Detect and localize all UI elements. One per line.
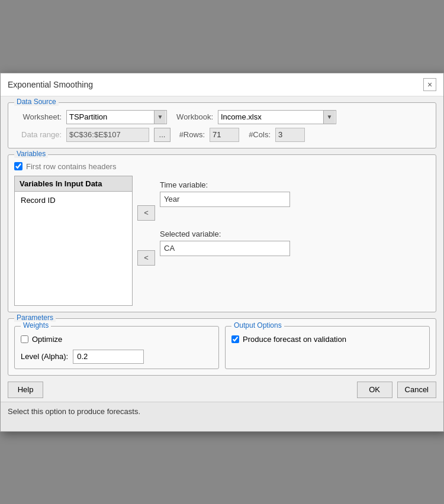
forecast-row: Produce forecast on validation (231, 335, 423, 344)
weights-label: Weights (21, 321, 51, 329)
optimize-row: Optimize (21, 335, 213, 344)
rows-value: 71 (210, 128, 239, 142)
variables-main: Variables In Input Data Record ID < < (14, 176, 430, 306)
data-range-row: Data range: $C$36:$E$107 ... #Rows: 71 #… (14, 128, 430, 142)
first-row-checkbox-row: First row contains headers (14, 162, 430, 171)
arrow-buttons-col: < < (137, 205, 155, 266)
selected-variable-arrow-button[interactable]: < (137, 250, 155, 266)
parameters-label: Parameters (14, 314, 56, 322)
time-variable-arrow-button[interactable]: < (137, 205, 155, 221)
weights-group: Weights Optimize Level (Alpha): (14, 326, 219, 369)
time-variable-group: Time variable: (160, 180, 430, 207)
data-range-value: $C$36:$E$107 (66, 128, 149, 142)
selected-variable-input[interactable] (160, 241, 290, 256)
alpha-label: Level (Alpha): (21, 352, 68, 361)
var-right: Time variable: Selected variable: (160, 176, 430, 256)
bottom-buttons-row: Help OK Cancel (1, 382, 443, 402)
status-message: Select this option to produce forecasts. (8, 407, 140, 416)
alpha-input[interactable] (73, 350, 144, 364)
cancel-button[interactable]: Cancel (397, 382, 436, 398)
output-options-group: Output Options Produce forecast on valid… (225, 326, 430, 369)
time-variable-input[interactable] (160, 192, 290, 207)
weights-content: Optimize Level (Alpha): (21, 335, 213, 364)
ok-button[interactable]: OK (357, 382, 392, 398)
worksheet-select-wrapper: TSPartition ▼ (66, 110, 167, 124)
help-button[interactable]: Help (8, 382, 43, 398)
dialog-title: Exponential Smoothing (8, 80, 93, 89)
parameters-content: Weights Optimize Level (Alpha): (14, 326, 430, 369)
rows-label: #Rows: (175, 130, 205, 139)
var-list-body: Record ID (15, 192, 132, 209)
data-source-label: Data Source (14, 98, 59, 106)
parameters-group: Parameters Weights Optimize Level (Alpha… (8, 318, 436, 376)
worksheet-select[interactable]: TSPartition (66, 110, 167, 124)
title-bar: Exponential Smoothing × (1, 73, 443, 96)
variables-label: Variables (14, 150, 48, 158)
first-row-checkbox[interactable] (14, 162, 22, 170)
variables-content: First row contains headers Variables In … (14, 162, 430, 306)
status-bar: Select this option to produce forecasts. (1, 402, 443, 431)
optimize-checkbox[interactable] (21, 335, 28, 343)
forecast-checkbox[interactable] (231, 335, 239, 343)
variables-group: Variables First row contains headers Var… (8, 154, 436, 312)
first-row-label: First row contains headers (26, 162, 116, 171)
data-source-group: Data Source Worksheet: TSPartition ▼ Wor… (8, 102, 436, 148)
optimize-label: Optimize (32, 335, 62, 344)
alpha-row: Level (Alpha): (21, 350, 213, 364)
dialog-body: Data Source Worksheet: TSPartition ▼ Wor… (1, 96, 443, 382)
selected-variable-label: Selected variable: (160, 230, 430, 238)
dots-button[interactable]: ... (154, 128, 170, 142)
data-source-content: Worksheet: TSPartition ▼ Workbook: Incom… (14, 110, 430, 142)
workbook-select[interactable]: Income.xlsx (218, 110, 336, 124)
selected-variable-group: Selected variable: (160, 230, 430, 256)
output-options-label: Output Options (231, 321, 284, 329)
close-button[interactable]: × (423, 78, 436, 91)
output-content: Produce forecast on validation (231, 335, 423, 344)
time-variable-label: Time variable: (160, 180, 430, 189)
worksheet-label: Worksheet: (14, 112, 62, 121)
worksheet-workbook-row: Worksheet: TSPartition ▼ Workbook: Incom… (14, 110, 430, 124)
var-list-header: Variables In Input Data (15, 176, 132, 192)
list-item[interactable]: Record ID (20, 194, 127, 206)
cols-label: #Cols: (244, 130, 271, 139)
variables-list-container: Variables In Input Data Record ID (14, 176, 133, 306)
exponential-smoothing-dialog: Exponential Smoothing × Data Source Work… (0, 73, 444, 432)
workbook-label: Workbook: (172, 112, 213, 121)
data-range-label: Data range: (14, 130, 62, 139)
forecast-label: Produce forecast on validation (243, 335, 346, 344)
workbook-select-wrapper: Income.xlsx ▼ (218, 110, 336, 124)
cols-value: 3 (275, 128, 305, 142)
